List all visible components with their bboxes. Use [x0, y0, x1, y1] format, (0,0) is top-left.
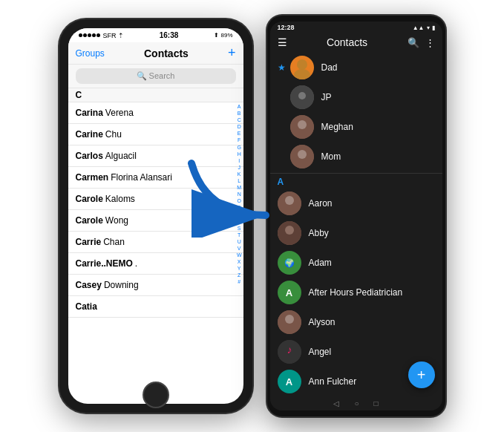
ios-battery: ⬆ 89%	[214, 32, 232, 39]
arrow-container	[184, 148, 281, 240]
android-contacts-scroll: ★ Dad ★ JP	[270, 51, 442, 396]
android-avatar-adam: 🌍	[278, 251, 301, 275]
android-status-icons: ▲▲ ▾ ▮	[413, 24, 435, 31]
android-starred-row-mom[interactable]: ★ Mom	[270, 142, 442, 171]
alpha-c[interactable]: C	[238, 117, 241, 123]
alpha-x[interactable]: X	[238, 258, 241, 265]
android-screen: 12:28 ▲▲ ▾ ▮ ☰ Contacts 🔍 ⋮	[270, 22, 442, 410]
svg-point-8	[298, 150, 307, 159]
android-contact-alyson[interactable]: Alyson	[270, 307, 442, 337]
alpha-v[interactable]: V	[238, 245, 241, 252]
ios-dot-1	[79, 33, 82, 37]
ios-battery-label: 89%	[220, 32, 232, 39]
list-item[interactable]: Carine Chu	[68, 124, 243, 145]
list-item[interactable]: Carina Verena	[68, 102, 243, 124]
svg-point-14	[285, 315, 294, 324]
ios-time: 16:38	[160, 31, 179, 39]
android-more-icon[interactable]: ⋮	[425, 37, 435, 48]
list-item[interactable]: Carrie..NEMO .	[68, 253, 243, 275]
ios-contacts-title: Contacts	[144, 48, 189, 59]
android-contact-mom: Mom	[321, 151, 341, 162]
svg-point-6	[298, 120, 307, 129]
ios-search-bar: 🔍 Search	[68, 65, 243, 88]
android-battery-icon: ▮	[432, 24, 435, 31]
android-nav-bar: ◁ ○ □	[270, 396, 442, 410]
ios-dot-2	[83, 33, 87, 37]
android-status-bar: 12:28 ▲▲ ▾ ▮	[270, 22, 442, 33]
alpha-f[interactable]: F	[238, 137, 240, 143]
alpha-hash[interactable]: #	[238, 278, 240, 285]
android-avatar-mom	[290, 145, 314, 168]
list-item[interactable]: Casey Downing	[68, 275, 243, 296]
ios-wifi-icon: ⇡	[118, 32, 124, 39]
android-signal-icon: ▲▲	[413, 24, 425, 31]
android-home-button[interactable]: ○	[354, 399, 359, 408]
ios-nav-bar: Groups Contacts +	[68, 42, 243, 65]
list-item[interactable]: Catia	[68, 296, 243, 318]
android-phone: 12:28 ▲▲ ▾ ▮ ☰ Contacts 🔍 ⋮	[267, 16, 445, 416]
ios-carrier: SFR	[103, 32, 117, 39]
android-contact-name-abby: Abby	[309, 228, 329, 238]
android-contact-jp: JP	[321, 92, 332, 102]
android-back-button[interactable]: ◁	[333, 399, 339, 408]
android-contact-dad: Dad	[321, 62, 338, 73]
ios-dot-5	[96, 33, 100, 37]
ios-dot-4	[92, 33, 96, 37]
android-search-icon[interactable]: 🔍	[408, 37, 419, 48]
ios-groups-button[interactable]: Groups	[76, 48, 105, 59]
android-time: 12:28	[278, 24, 295, 31]
main-scene: SFR ⇡ 16:38 ⬆ 89% Groups Contacts + 🔍	[0, 0, 504, 432]
android-starred-row-jp[interactable]: ★ JP	[270, 82, 442, 112]
ios-home-button[interactable]	[143, 382, 169, 408]
ios-search-icon: 🔍	[137, 71, 149, 80]
android-contact-adam[interactable]: 🌍 Adam	[270, 248, 442, 278]
android-avatar-after-hours: A	[278, 281, 301, 304]
svg-text:♪: ♪	[287, 344, 292, 356]
svg-point-10	[285, 196, 294, 205]
ios-status-left: SFR ⇡	[79, 32, 124, 39]
android-contact-aaron[interactable]: Aaron	[270, 189, 442, 218]
ios-dot-3	[88, 33, 91, 37]
android-starred-row-meghan[interactable]: ★ Meghan	[270, 112, 442, 142]
android-avatar-ann: A	[278, 370, 301, 393]
alpha-b[interactable]: B	[238, 110, 241, 117]
android-fab-button[interactable]: +	[408, 361, 435, 388]
android-avatar-jp	[290, 85, 314, 109]
svg-point-12	[285, 226, 294, 235]
android-contact-abby[interactable]: Abby	[270, 218, 442, 248]
android-avatar-angel: ♪	[278, 340, 301, 364]
alpha-z[interactable]: Z	[238, 272, 240, 278]
alpha-y[interactable]: Y	[238, 265, 241, 272]
svg-point-2	[294, 69, 310, 79]
android-menu-icon[interactable]: ☰	[278, 36, 287, 48]
android-contact-name-aaron: Aaron	[309, 198, 333, 209]
android-top-bar: ☰ Contacts 🔍 ⋮	[270, 33, 442, 51]
android-section-header-a: A	[270, 174, 442, 189]
alpha-a[interactable]: A	[238, 103, 241, 110]
ios-section-c: C	[68, 88, 243, 102]
svg-point-4	[298, 92, 306, 99]
android-contact-after-hours[interactable]: A After Hours Pediatrician	[270, 278, 442, 307]
android-contact-name-angel: Angel	[309, 347, 332, 357]
alpha-e[interactable]: E	[238, 130, 241, 137]
android-contact-name-after-hours: After Hours Pediatrician	[309, 287, 403, 298]
android-star-icon: ★	[278, 62, 286, 73]
android-contact-name-alyson: Alyson	[309, 317, 336, 327]
android-recents-button[interactable]: □	[374, 399, 379, 408]
ios-add-button[interactable]: +	[228, 45, 236, 61]
ios-location-icon: ⬆	[214, 32, 219, 39]
android-wifi-icon: ▾	[427, 24, 430, 31]
android-contact-name-adam: Adam	[309, 258, 332, 268]
ios-search-placeholder: Search	[149, 71, 175, 80]
alpha-d[interactable]: D	[238, 123, 241, 130]
ios-search-input[interactable]: 🔍 Search	[76, 68, 236, 84]
android-starred-section: ★ Dad ★ JP	[270, 51, 442, 174]
android-avatar-meghan	[290, 115, 314, 139]
alpha-w[interactable]: W	[237, 252, 242, 258]
android-contact-meghan: Meghan	[321, 122, 353, 132]
android-avatar-dad	[290, 56, 314, 79]
ios-signal-dots	[79, 33, 100, 37]
android-starred-row-dad[interactable]: ★ Dad	[270, 53, 442, 82]
android-contact-name-ann: Ann Fulcher	[309, 376, 357, 387]
transfer-arrow-icon	[184, 148, 281, 238]
